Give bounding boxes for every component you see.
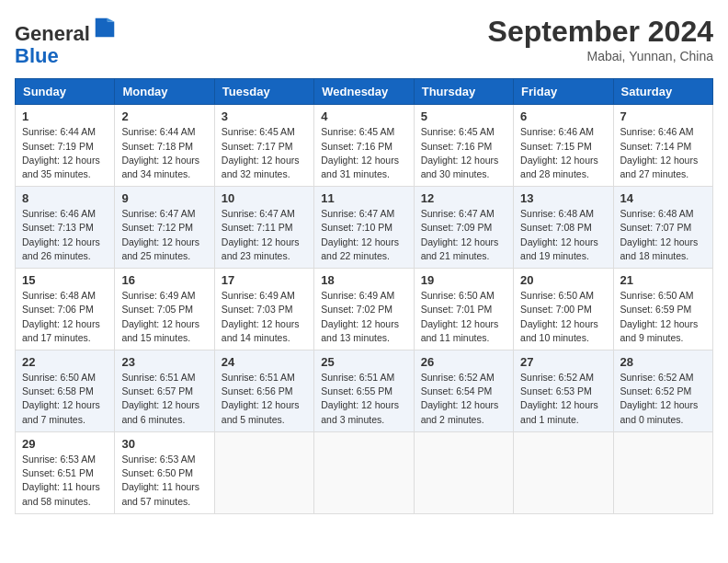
col-header-tuesday: Tuesday [214,79,313,105]
day-info: Sunrise: 6:47 AMSunset: 7:11 PMDaylight:… [222,207,307,263]
calendar-cell: 26Sunrise: 6:52 AMSunset: 6:54 PMDayligh… [414,350,513,432]
calendar-cell: 18Sunrise: 6:49 AMSunset: 7:02 PMDayligh… [314,269,414,350]
calendar-cell: 27Sunrise: 6:52 AMSunset: 6:53 PMDayligh… [514,350,613,432]
day-info: Sunrise: 6:51 AMSunset: 6:57 PMDaylight:… [121,371,207,427]
calendar-cell [314,431,414,513]
day-number: 21 [620,273,706,287]
calendar-cell: 24Sunrise: 6:51 AMSunset: 6:56 PMDayligh… [214,350,313,432]
day-number: 5 [421,109,506,123]
day-info: Sunrise: 6:50 AMSunset: 7:00 PMDaylight:… [520,289,606,345]
day-info: Sunrise: 6:50 AMSunset: 6:59 PMDaylight:… [620,289,706,345]
calendar-cell: 15Sunrise: 6:48 AMSunset: 7:06 PMDayligh… [16,269,115,350]
day-info: Sunrise: 6:49 AMSunset: 7:05 PMDaylight:… [121,289,207,345]
day-number: 15 [22,273,108,287]
day-number: 14 [620,191,706,205]
day-info: Sunrise: 6:51 AMSunset: 6:56 PMDaylight:… [222,371,307,427]
day-info: Sunrise: 6:48 AMSunset: 7:06 PMDaylight:… [22,289,108,345]
logo-general: General [15,22,90,45]
logo-blue: Blue [15,44,59,67]
calendar-cell: 29Sunrise: 6:53 AMSunset: 6:51 PMDayligh… [16,431,115,513]
calendar-week-4: 22Sunrise: 6:50 AMSunset: 6:58 PMDayligh… [16,350,713,432]
day-number: 7 [620,109,706,123]
col-header-monday: Monday [115,79,214,105]
col-header-saturday: Saturday [613,79,712,105]
day-number: 10 [222,191,307,205]
day-info: Sunrise: 6:45 AMSunset: 7:17 PMDaylight:… [222,125,307,181]
calendar-week-5: 29Sunrise: 6:53 AMSunset: 6:51 PMDayligh… [16,431,713,513]
day-info: Sunrise: 6:51 AMSunset: 6:55 PMDaylight:… [321,371,406,427]
calendar-cell: 4Sunrise: 6:45 AMSunset: 7:16 PMDaylight… [314,105,414,187]
day-info: Sunrise: 6:49 AMSunset: 7:03 PMDaylight:… [222,289,307,345]
calendar-cell: 17Sunrise: 6:49 AMSunset: 7:03 PMDayligh… [214,269,313,350]
calendar-cell: 14Sunrise: 6:48 AMSunset: 7:07 PMDayligh… [613,187,712,269]
calendar-cell: 25Sunrise: 6:51 AMSunset: 6:55 PMDayligh… [314,350,414,432]
day-info: Sunrise: 6:52 AMSunset: 6:52 PMDaylight:… [620,371,706,427]
page-header: General Blue September 2024 Mabai, Yunna… [15,15,713,67]
day-number: 16 [121,273,207,287]
day-number: 28 [620,355,706,369]
day-info: Sunrise: 6:47 AMSunset: 7:09 PMDaylight:… [421,207,506,263]
day-info: Sunrise: 6:47 AMSunset: 7:10 PMDaylight:… [321,207,406,263]
logo: General Blue [15,15,118,67]
calendar-header-row: SundayMondayTuesdayWednesdayThursdayFrid… [16,79,713,105]
col-header-sunday: Sunday [16,79,115,105]
day-number: 13 [520,191,606,205]
day-number: 8 [22,191,108,205]
day-number: 17 [222,273,307,287]
day-number: 23 [121,355,207,369]
calendar-cell: 7Sunrise: 6:46 AMSunset: 7:14 PMDaylight… [613,105,712,187]
day-info: Sunrise: 6:50 AMSunset: 6:58 PMDaylight:… [22,371,108,427]
day-info: Sunrise: 6:48 AMSunset: 7:08 PMDaylight:… [520,207,606,263]
calendar-cell: 21Sunrise: 6:50 AMSunset: 6:59 PMDayligh… [613,269,712,350]
day-number: 6 [520,109,606,123]
calendar-cell [214,431,313,513]
title-area: September 2024 Mabai, Yunnan, China [488,15,713,63]
location: Mabai, Yunnan, China [488,49,713,63]
day-info: Sunrise: 6:46 AMSunset: 7:13 PMDaylight:… [22,207,108,263]
day-info: Sunrise: 6:53 AMSunset: 6:50 PMDaylight:… [121,453,207,509]
calendar-cell: 22Sunrise: 6:50 AMSunset: 6:58 PMDayligh… [16,350,115,432]
day-number: 12 [421,191,506,205]
calendar-cell: 30Sunrise: 6:53 AMSunset: 6:50 PMDayligh… [115,431,214,513]
day-number: 3 [222,109,307,123]
svg-marker-1 [108,18,114,22]
calendar-cell [514,431,613,513]
day-info: Sunrise: 6:48 AMSunset: 7:07 PMDaylight:… [620,207,706,263]
day-number: 30 [121,437,207,451]
day-number: 9 [121,191,207,205]
calendar-cell: 6Sunrise: 6:46 AMSunset: 7:15 PMDaylight… [514,105,613,187]
calendar-week-1: 1Sunrise: 6:44 AMSunset: 7:19 PMDaylight… [16,105,713,187]
calendar-week-2: 8Sunrise: 6:46 AMSunset: 7:13 PMDaylight… [16,187,713,269]
day-number: 29 [22,437,108,451]
calendar-cell: 11Sunrise: 6:47 AMSunset: 7:10 PMDayligh… [314,187,414,269]
day-info: Sunrise: 6:52 AMSunset: 6:54 PMDaylight:… [421,371,506,427]
day-number: 22 [22,355,108,369]
calendar-cell: 19Sunrise: 6:50 AMSunset: 7:01 PMDayligh… [414,269,513,350]
day-info: Sunrise: 6:46 AMSunset: 7:15 PMDaylight:… [520,125,606,181]
day-number: 24 [222,355,307,369]
calendar-cell [414,431,513,513]
calendar-cell: 20Sunrise: 6:50 AMSunset: 7:00 PMDayligh… [514,269,613,350]
calendar-cell: 16Sunrise: 6:49 AMSunset: 7:05 PMDayligh… [115,269,214,350]
calendar-cell: 3Sunrise: 6:45 AMSunset: 7:17 PMDaylight… [214,105,313,187]
day-info: Sunrise: 6:50 AMSunset: 7:01 PMDaylight:… [421,289,506,345]
calendar-cell: 10Sunrise: 6:47 AMSunset: 7:11 PMDayligh… [214,187,313,269]
calendar-week-3: 15Sunrise: 6:48 AMSunset: 7:06 PMDayligh… [16,269,713,350]
calendar-cell: 2Sunrise: 6:44 AMSunset: 7:18 PMDaylight… [115,105,214,187]
calendar-cell: 13Sunrise: 6:48 AMSunset: 7:08 PMDayligh… [514,187,613,269]
day-number: 1 [22,109,108,123]
day-info: Sunrise: 6:53 AMSunset: 6:51 PMDaylight:… [22,453,108,509]
day-info: Sunrise: 6:44 AMSunset: 7:19 PMDaylight:… [22,125,108,181]
col-header-thursday: Thursday [414,79,513,105]
day-info: Sunrise: 6:52 AMSunset: 6:53 PMDaylight:… [520,371,606,427]
calendar-table: SundayMondayTuesdayWednesdayThursdayFrid… [15,78,713,513]
day-number: 4 [321,109,406,123]
calendar-cell: 12Sunrise: 6:47 AMSunset: 7:09 PMDayligh… [414,187,513,269]
month-title: September 2024 [488,15,713,49]
calendar-cell: 8Sunrise: 6:46 AMSunset: 7:13 PMDaylight… [16,187,115,269]
day-info: Sunrise: 6:44 AMSunset: 7:18 PMDaylight:… [121,125,207,181]
day-info: Sunrise: 6:45 AMSunset: 7:16 PMDaylight:… [421,125,506,181]
day-number: 26 [421,355,506,369]
day-number: 19 [421,273,506,287]
calendar-cell: 9Sunrise: 6:47 AMSunset: 7:12 PMDaylight… [115,187,214,269]
